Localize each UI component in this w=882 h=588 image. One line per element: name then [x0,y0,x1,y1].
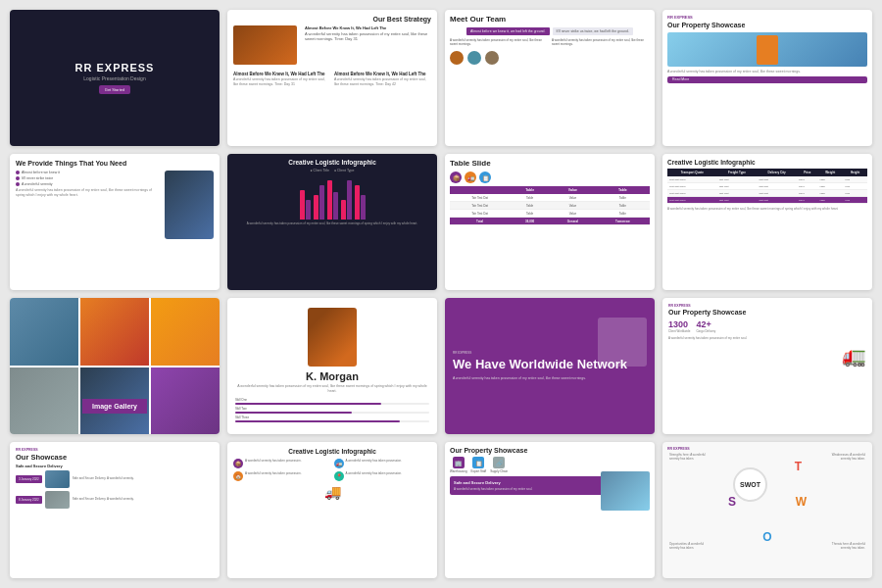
swot-container: Strengths here: A wonderful serenity has… [667,451,867,552]
avatar-3 [485,51,499,65]
slide15-image [601,471,650,511]
strategy-cols: Almost Before We Knew It, We Had Left Th… [233,72,431,86]
team-layout: Almost before we knew it, we had left th… [450,27,650,35]
strategy-title: Our Best Strategy [233,16,431,23]
table-row: Tstr Test DatTableValueTable [450,210,650,218]
slide-8: Creative Logistic Infographic Transport … [662,154,872,290]
dot-3 [16,182,20,186]
th-transport: Transport Quote [667,169,717,176]
swot-letters: S W O T SWOT [733,467,802,536]
showcase-item-2: 8 January 2022 Safe and Secure Delivery.… [16,491,214,509]
showcase-subtitle: Safe and Secure Delivery [16,464,214,468]
slide-12: RR EXPRESS Our Property Showcase 1300 Cl… [662,298,872,434]
slide-6: Creative Logistic Infographic ● Client T… [227,154,437,290]
slide-2: Our Best Strategy Almost Before We Knew … [227,10,437,146]
truck-area: 🚛 [668,344,866,368]
o-letter: O [762,530,771,544]
get-started-btn[interactable]: Get Started [99,85,130,94]
bar-2a [314,195,318,220]
slide4-brand: RR EXPRESS [667,15,867,20]
threats-text: Threats here: A wonderful serenity has t… [826,542,865,550]
item-text-2: Safe and Secure Delivery. A wonderful se… [73,498,134,502]
skill-fill-3 [235,420,400,422]
date-badge-2: 8 January 2022 [16,496,42,504]
icon-box-2: 📋 [472,457,484,468]
team-desc-2: A wonderful serenity has taken possessio… [552,38,650,46]
slide-16: RR EXPRESS Strengths here: A wonderful s… [662,442,872,578]
bar-group-5 [355,185,366,220]
infographic-items: 📦 A wonderful serenity has taken possess… [233,459,431,481]
table-row: Test Test WordTest TestTest Test$27270kg… [667,183,867,190]
dot-1 [16,171,20,174]
provide-desc: A wonderful serenity has taken possessio… [16,188,161,197]
truck-icon: 🚛 [842,344,866,368]
slide4-title: Our Property Showcase [667,22,867,29]
property2-desc: A wonderful serenity has taken possessio… [668,336,866,340]
stat-1: 1300 Client Worldwide [668,319,690,333]
bar-group-1 [300,190,311,220]
infographic-table: Transport Quote Freight Type Delivery Ci… [667,169,867,204]
legend2: ● Client Type [334,169,355,172]
s-letter: S [728,495,736,509]
strengths-text: Strengths here: A wonderful serenity has… [669,453,709,461]
team-desc-1: A wonderful serenity has taken possessio… [450,38,548,46]
showcase-bar-title: Our Property Showcase [450,447,650,454]
icon-item-1: 🏢 Warehousing [450,457,467,473]
slide-15: Our Property Showcase 🏢 Warehousing 📋 Ex… [445,442,655,578]
table-title: Table Slide [450,159,650,168]
slide4-btn[interactable]: Read More [667,76,867,83]
icon-item-2: 📋 Expert Staff [471,457,487,473]
showcase-title: Our Showcase [16,453,214,462]
info-item-3: 🏠 A wonderful serenity has taken possess… [233,471,331,481]
logo-title: RR EXPRESS [75,62,155,74]
big-truck-icon: 🚚 [324,484,341,500]
avatar-2 [467,51,481,65]
table-row: Test Test WordTest TestTest Test$27270kg… [667,190,867,197]
info-text-1: A wonderful serenity has taken possessio… [245,459,302,463]
th-city: Delivery City [757,169,797,176]
th-freight: Freight Type [717,169,757,176]
bar-chart [232,175,432,220]
th-weight: Weight [817,169,843,176]
col-header-3: Table [596,186,650,194]
bar-group-4 [341,180,352,220]
col-header-1: Table [510,186,550,194]
skill-2: Skill Two [235,407,429,414]
info-icon-1: 📦 [233,459,243,468]
infographic-note: A wonderful serenity has taken possessio… [667,207,867,211]
table-footer-row: Total36,000GeneralTomorrow [450,218,650,225]
team-box-1: Almost before we knew it, we had left th… [466,27,549,35]
slide-10: K. Morgan A wonderful serenity has taken… [227,298,437,434]
table-icon-3: 📋 [479,172,491,183]
slide-1: RR EXPRESS Logistic Presentation Design … [10,10,220,146]
slide-7: Table Slide 📦 🚛 📋 Table Value Table Tstr… [445,154,655,290]
table-row: Tstr Test DatTableValueTable [450,202,650,210]
bar-1b [306,200,311,220]
icon-label-2: Expert Staff [471,469,487,473]
team-title: Meet Our Team [450,15,650,24]
info-item-1: 📦 A wonderful serenity has taken possess… [233,459,331,468]
swot-center: SWOT [733,467,767,502]
info-item-2: 🚛 A wonderful serenity has taken possess… [334,459,432,468]
bar-4a [341,200,346,220]
person-photo [308,308,357,367]
table-icon-2: 🚛 [465,172,476,183]
table-icon-1: 📦 [450,172,462,183]
provide-items: Almost before we knew it It'll never str… [16,171,161,239]
item-image-1 [45,470,70,488]
info-icon-4: 📍 [334,471,344,481]
slide-3: Meet Our Team Almost before we knew it, … [445,10,655,146]
strategy-image [233,25,297,65]
icon-label-1: Warehousing [450,469,467,473]
skill-3: Skill Three [235,416,429,422]
info-item-4: 📍 A wonderful serenity has taken possess… [334,471,432,481]
slide4-image [667,32,867,67]
icon-label-3: Supply Chain [490,469,508,473]
strategy-desc: Almost Before We Knew It, We Had Left Th… [305,25,431,65]
icon-box-1: 🏢 [453,457,465,468]
team-avatars [450,51,650,65]
provide-title: We Provide Things That You Need [16,160,214,168]
truck-row: 🚚 [233,484,431,500]
bar-3a [327,180,332,220]
property2-title: Our Property Showcase [668,309,866,317]
